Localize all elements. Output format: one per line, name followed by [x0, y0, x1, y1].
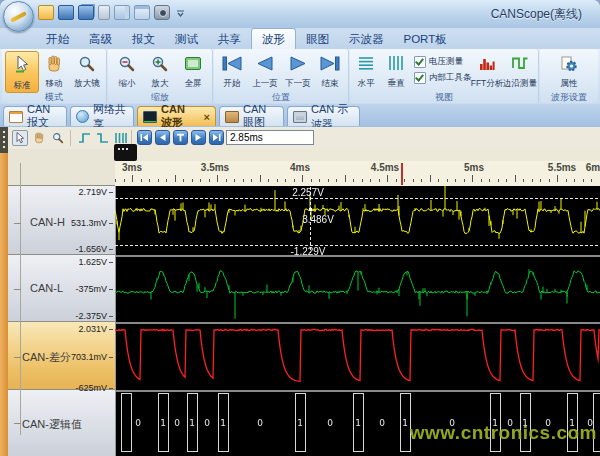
ruler-tick: [251, 179, 252, 182]
export-icon[interactable]: [98, 5, 110, 20]
grip-dots-icon: [3, 131, 5, 149]
ruler-tick: [489, 179, 490, 182]
ruler-tick: [149, 179, 150, 182]
cursor-arrow-icon: [13, 55, 31, 73]
waveform-inner-toolbar: [8, 127, 600, 150]
vertical-lines-button[interactable]: 垂直: [382, 52, 410, 90]
app-logo-icon[interactable]: [3, 1, 34, 32]
zoom-out-icon: [118, 55, 136, 73]
cursor-voltage-delta: 3.486V: [283, 214, 353, 225]
ribbon-tab-oscilloscope[interactable]: 示波器: [339, 28, 394, 49]
ruler-label: 4.5ms: [371, 162, 399, 173]
nav-next-button[interactable]: [191, 130, 206, 145]
vertical-bars-icon: [114, 132, 127, 144]
quick-access-dropdown-icon[interactable]: [174, 6, 186, 19]
pan-tool-button[interactable]: [31, 130, 47, 146]
ruler-tick: [523, 179, 524, 182]
doc-tab-can-eye-diagram[interactable]: CAN 眼图: [219, 106, 284, 126]
full-screen-button[interactable]: 全屏: [177, 52, 209, 90]
magnifier-icon: [78, 55, 96, 73]
nav-trigger-button[interactable]: [173, 130, 188, 145]
fft-analysis-button[interactable]: FFT分析: [472, 52, 502, 90]
internal-toolbar-checkbox[interactable]: 内部工具条: [414, 72, 472, 84]
next-page-button[interactable]: 下一页: [282, 52, 314, 90]
ribbon-tab-advanced[interactable]: 高级: [79, 28, 122, 49]
ribbon-tab-message[interactable]: 报文: [122, 28, 165, 49]
waveform-plot-area: 2.257V 3.486V -1.229V www.cntronics.com: [115, 186, 600, 456]
doc-tab-can-oscilloscope[interactable]: CAN 示波器: [287, 106, 360, 126]
magnifier-mode-button[interactable]: 放大镜: [71, 52, 103, 90]
falling-edge-button[interactable]: [94, 130, 110, 146]
row-divider: [8, 254, 115, 255]
rising-edge-button[interactable]: [76, 130, 92, 146]
screenshot-icon[interactable]: [154, 5, 170, 20]
tile-windows-icon[interactable]: [114, 5, 130, 20]
ribbon-tab-waveform[interactable]: 波形: [251, 28, 296, 49]
ruler-tick: [302, 175, 303, 182]
canlogic-label[interactable]: CAN-逻辑值: [22, 417, 82, 432]
splitter-grip[interactable]: [0, 127, 8, 153]
last-icon: [212, 133, 221, 142]
ribbon-tab-share[interactable]: 共享: [208, 28, 251, 49]
properties-button[interactable]: 属性: [551, 52, 587, 90]
window-icon[interactable]: [134, 5, 150, 20]
ribbon-group-zoom: 缩小 放大 全屏 缩放: [108, 49, 213, 103]
canl-mid-value: -375mV: [75, 284, 113, 294]
cursor-voltage-top: 2.257V: [273, 187, 343, 198]
doc-tab-can-waveform[interactable]: CAN 波形 ×: [137, 106, 216, 126]
ruler-tick: [532, 179, 533, 182]
canl-label[interactable]: CAN-L: [30, 282, 63, 294]
ruler-tick: [192, 179, 193, 182]
select-tool-button[interactable]: [12, 130, 28, 146]
open-file-icon[interactable]: [38, 5, 54, 20]
standard-mode-button[interactable]: 标准: [5, 51, 39, 93]
checkbox-checked-icon: [414, 72, 426, 84]
left-splitter-strip[interactable]: [0, 127, 8, 456]
voltage-measure-checkbox[interactable]: 电压测量: [414, 56, 472, 68]
ribbon-tab-start[interactable]: 开始: [36, 28, 79, 49]
go-end-button[interactable]: 结束: [314, 52, 346, 90]
ruler-tick: [260, 175, 261, 182]
ruler-tick: [583, 179, 584, 182]
edge-measure-icon: [511, 55, 529, 71]
close-tab-icon[interactable]: ×: [204, 111, 210, 123]
cursor-voltage-bottom: -1.229V: [273, 246, 343, 257]
candiff-label[interactable]: CAN-差分: [22, 350, 71, 365]
nav-last-button[interactable]: [209, 130, 224, 145]
time-position-input[interactable]: [226, 130, 314, 145]
canh-label[interactable]: CAN-H: [30, 216, 65, 228]
doc-tab-can-message[interactable]: CAN 报文: [3, 106, 67, 126]
ribbon-tab-test[interactable]: 测试: [165, 28, 208, 49]
time-cursor[interactable]: [401, 163, 403, 185]
save-as-icon[interactable]: [78, 5, 94, 20]
group-label-view: 视图: [350, 92, 538, 103]
save-icon[interactable]: [58, 5, 74, 20]
doc-tab-network-share[interactable]: 网络共享: [70, 106, 134, 126]
ribbon-tab-eye-diagram[interactable]: 眼图: [296, 28, 339, 49]
prev-page-button[interactable]: 上一页: [249, 52, 281, 90]
message-table-icon: [9, 111, 23, 123]
channel-tree-stub: [14, 357, 21, 358]
move-mode-button[interactable]: 移动: [38, 52, 70, 90]
ruler-tick: [217, 175, 218, 182]
ruler-tick: [345, 175, 346, 182]
horizontal-lines-button[interactable]: 水平: [352, 52, 380, 90]
nav-first-button[interactable]: [137, 130, 152, 145]
ruler-tick: [413, 179, 414, 182]
ribbon-tab-port-board[interactable]: PORT板: [394, 28, 457, 49]
zoom-in-button[interactable]: 放大: [144, 52, 176, 90]
ruler-label: 4ms: [290, 162, 310, 173]
ribbon-group-position: 开始 上一页 下一页 结束 位置: [214, 49, 349, 103]
zoom-tool-button[interactable]: [50, 130, 66, 146]
zoom-out-button[interactable]: 缩小: [111, 52, 143, 90]
checkbox-checked-icon: [414, 56, 426, 68]
ribbon-group-mode: 标准 移动 放大镜 模式: [2, 49, 107, 103]
ruler-tick: [115, 179, 116, 182]
waveform-canvas[interactable]: [115, 186, 600, 456]
collapsed-toolbar-handle[interactable]: [114, 144, 137, 161]
nav-prev-button[interactable]: [155, 130, 170, 145]
edge-measure-button[interactable]: 边沿测量: [504, 52, 536, 90]
channel-panel: 2.719V CAN-H 531.3mV -1.656V 1.625V CAN-…: [8, 149, 116, 456]
time-ruler[interactable]: 3ms3.5ms4ms4.5ms5ms5.5ms6m: [115, 161, 600, 187]
go-start-button[interactable]: 开始: [216, 52, 248, 90]
